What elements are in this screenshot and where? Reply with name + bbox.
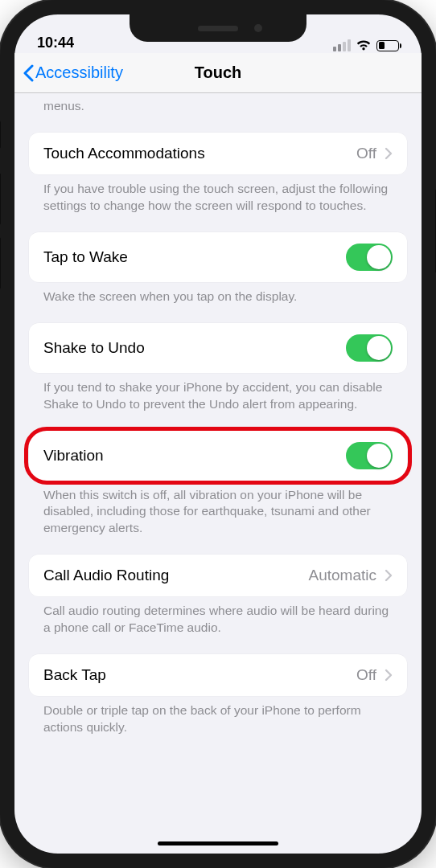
footer-back-tap: Double or triple tap on the back of your… (29, 696, 407, 736)
back-button[interactable]: Accessibility (23, 63, 123, 82)
row-touch-accommodations[interactable]: Touch Accommodations Off (29, 133, 407, 174)
screen: 10:44 Accessibility To (14, 14, 422, 854)
footer-touch-accommodations: If you have trouble using the touch scre… (29, 174, 407, 215)
row-label: Tap to Wake (43, 248, 128, 266)
row-value: Automatic (309, 567, 376, 584)
home-indicator[interactable] (158, 841, 278, 845)
toggle-tap-to-wake[interactable] (346, 244, 393, 271)
phone-frame: 10:44 Accessibility To (0, 0, 436, 868)
battery-icon (376, 40, 399, 51)
content-scroll[interactable]: menus. Touch Accommodations Off If you (14, 93, 422, 854)
row-label: Vibration (43, 447, 104, 465)
row-vibration[interactable]: Vibration (29, 431, 407, 481)
row-back-tap[interactable]: Back Tap Off (29, 654, 407, 696)
silence-switch (0, 121, 1, 149)
volume-up-button (0, 173, 1, 225)
row-shake-to-undo[interactable]: Shake to Undo (29, 323, 407, 373)
status-time: 10:44 (37, 35, 74, 51)
row-call-audio-routing[interactable]: Call Audio Routing Automatic (29, 555, 407, 596)
notch (130, 14, 306, 42)
wifi-icon (356, 39, 372, 51)
toggle-shake-to-undo[interactable] (346, 334, 393, 362)
volume-down-button (0, 237, 1, 289)
chevron-right-icon (385, 669, 393, 682)
footer-call-audio-routing: Call audio routing determines where audi… (29, 596, 407, 637)
row-value: Off (356, 145, 376, 162)
footer-tap-to-wake: Wake the screen when you tap on the disp… (29, 282, 407, 305)
cellular-icon (333, 39, 351, 51)
chevron-left-icon (23, 64, 34, 82)
row-tap-to-wake[interactable]: Tap to Wake (29, 232, 407, 282)
toggle-vibration[interactable] (346, 442, 393, 469)
row-label: Call Audio Routing (43, 567, 169, 584)
row-label: Touch Accommodations (43, 145, 205, 162)
chevron-right-icon (385, 569, 393, 582)
back-label: Accessibility (35, 63, 123, 82)
row-label: Back Tap (43, 666, 106, 684)
row-value: Off (356, 666, 376, 684)
chevron-right-icon (385, 147, 393, 160)
footer-shake-to-undo: If you tend to shake your iPhone by acci… (29, 373, 407, 413)
nav-bar: Accessibility Touch (14, 53, 422, 93)
highlight-vibration: Vibration (29, 431, 407, 481)
footer-vibration: When this switch is off, all vibration o… (29, 481, 407, 538)
truncated-footer: menus. (29, 98, 407, 115)
row-label: Shake to Undo (43, 339, 145, 357)
